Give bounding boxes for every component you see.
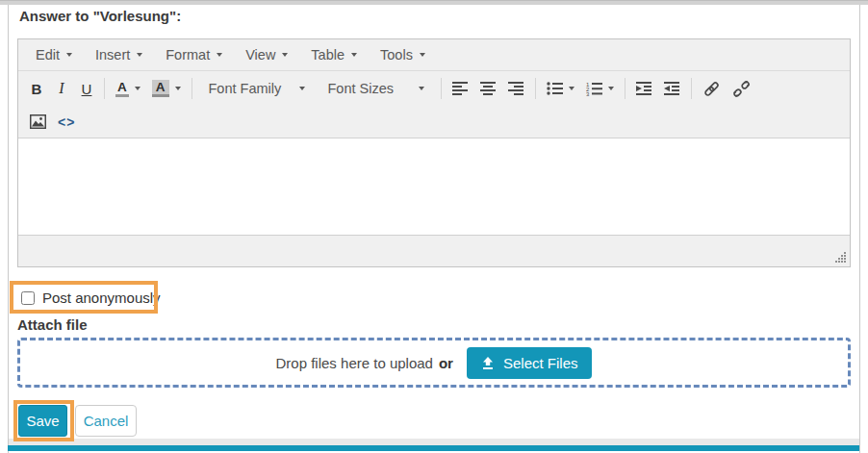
file-dropzone[interactable]: Drop files here to upload or Select File… bbox=[17, 338, 851, 388]
answer-panel: Answer to "Vorlesung": Edit Insert Forma… bbox=[0, 0, 868, 453]
bold-button[interactable]: B bbox=[24, 75, 49, 102]
chevron-down-icon bbox=[66, 53, 72, 57]
chevron-down-icon bbox=[137, 53, 142, 57]
align-center-button[interactable] bbox=[474, 75, 502, 102]
toolbar-separator bbox=[191, 78, 192, 99]
font-sizes-select[interactable]: Font Sizes bbox=[324, 81, 428, 96]
chevron-down-icon bbox=[282, 53, 288, 57]
menu-insert-label: Insert bbox=[95, 47, 130, 63]
chevron-down-icon bbox=[419, 87, 424, 90]
menu-tools[interactable]: Tools bbox=[369, 39, 437, 70]
menu-format-label: Format bbox=[166, 47, 210, 63]
underline-button[interactable]: U bbox=[74, 75, 99, 102]
underline-icon: U bbox=[82, 81, 92, 97]
rich-text-editor: Edit Insert Format View Table Tools B I … bbox=[17, 38, 851, 267]
bullet-list-icon bbox=[547, 82, 563, 95]
insert-image-button[interactable] bbox=[24, 109, 52, 136]
menu-edit-label: Edit bbox=[36, 47, 60, 63]
indent-button[interactable] bbox=[630, 75, 658, 102]
source-code-button[interactable]: <> bbox=[52, 109, 81, 136]
post-anonymously-checkbox[interactable] bbox=[21, 291, 35, 305]
resize-grip-icon[interactable] bbox=[834, 251, 847, 264]
chevron-down-icon bbox=[351, 53, 357, 57]
align-left-button[interactable] bbox=[447, 75, 474, 102]
cancel-button[interactable]: Cancel bbox=[75, 405, 137, 437]
toolbar-separator bbox=[625, 78, 625, 99]
toolbar-separator bbox=[441, 78, 442, 99]
text-color-button[interactable]: A bbox=[110, 75, 146, 102]
page-title: Answer to "Vorlesung": bbox=[19, 8, 181, 24]
select-files-button[interactable]: Select Files bbox=[467, 347, 593, 379]
drop-files-text: Drop files here to upload bbox=[276, 355, 433, 371]
chevron-down-icon bbox=[420, 53, 425, 57]
menu-format[interactable]: Format bbox=[154, 39, 234, 70]
remove-link-button[interactable] bbox=[727, 75, 756, 102]
italic-button[interactable]: I bbox=[49, 75, 74, 102]
align-right-icon bbox=[508, 82, 524, 95]
select-files-label: Select Files bbox=[503, 355, 578, 371]
align-left-icon bbox=[452, 82, 469, 95]
numbered-list-icon: 123 bbox=[586, 82, 602, 96]
svg-text:3: 3 bbox=[586, 91, 590, 96]
source-code-icon: <> bbox=[58, 114, 75, 130]
font-sizes-label: Font Sizes bbox=[328, 81, 395, 96]
panel-left-border bbox=[8, 5, 9, 453]
outdent-icon bbox=[664, 82, 680, 95]
align-center-icon bbox=[480, 82, 497, 95]
background-color-icon: A bbox=[152, 80, 169, 97]
bullet-list-button[interactable] bbox=[541, 75, 580, 102]
unlink-icon bbox=[732, 80, 751, 98]
italic-icon: I bbox=[57, 80, 65, 97]
menu-table-label: Table bbox=[311, 47, 345, 63]
menu-edit[interactable]: Edit bbox=[24, 39, 84, 70]
toolbar-separator bbox=[535, 78, 536, 99]
top-divider bbox=[0, 0, 868, 5]
editor-statusbar bbox=[18, 235, 850, 266]
menu-tools-label: Tools bbox=[380, 47, 413, 63]
font-family-label: Font Family bbox=[209, 81, 282, 96]
toolbar-separator bbox=[104, 78, 105, 99]
outdent-button[interactable] bbox=[658, 75, 686, 102]
font-family-select[interactable]: Font Family bbox=[205, 81, 309, 96]
chevron-down-icon[interactable] bbox=[569, 87, 574, 90]
upload-icon bbox=[481, 357, 495, 369]
background-color-button[interactable]: A bbox=[146, 75, 187, 102]
numbered-list-button[interactable]: 123 bbox=[580, 75, 620, 102]
attach-file-heading: Attach file bbox=[17, 316, 88, 333]
menu-table[interactable]: Table bbox=[299, 39, 369, 70]
chevron-down-icon[interactable] bbox=[608, 87, 614, 90]
indent-icon bbox=[636, 82, 652, 95]
or-text: or bbox=[439, 355, 453, 371]
chevron-down-icon bbox=[217, 53, 222, 57]
chevron-down-icon[interactable] bbox=[175, 87, 181, 90]
menu-view[interactable]: View bbox=[234, 39, 299, 70]
chevron-down-icon bbox=[299, 87, 305, 90]
save-button[interactable]: Save bbox=[18, 405, 67, 437]
link-icon bbox=[702, 80, 721, 98]
bottom-teal-bar bbox=[8, 445, 859, 451]
panel-right-border bbox=[859, 5, 860, 453]
chevron-down-icon[interactable] bbox=[135, 87, 140, 90]
post-anonymously-row: Post anonymously bbox=[21, 289, 161, 306]
editor-toolbar-row1: B I U A A Font Family Font Sizes bbox=[18, 71, 850, 106]
post-anonymously-label: Post anonymously bbox=[42, 289, 161, 306]
menu-view-label: View bbox=[245, 47, 275, 63]
image-icon bbox=[30, 114, 46, 129]
insert-link-button[interactable] bbox=[697, 75, 727, 102]
bold-icon: B bbox=[32, 81, 42, 97]
menu-insert[interactable]: Insert bbox=[84, 39, 154, 70]
editor-content[interactable] bbox=[18, 138, 850, 235]
align-right-button[interactable] bbox=[502, 75, 530, 102]
editor-toolbar-row2: <> bbox=[18, 106, 850, 138]
editor-menubar: Edit Insert Format View Table Tools bbox=[18, 39, 850, 71]
text-color-icon: A bbox=[115, 80, 129, 97]
toolbar-separator bbox=[691, 78, 692, 99]
